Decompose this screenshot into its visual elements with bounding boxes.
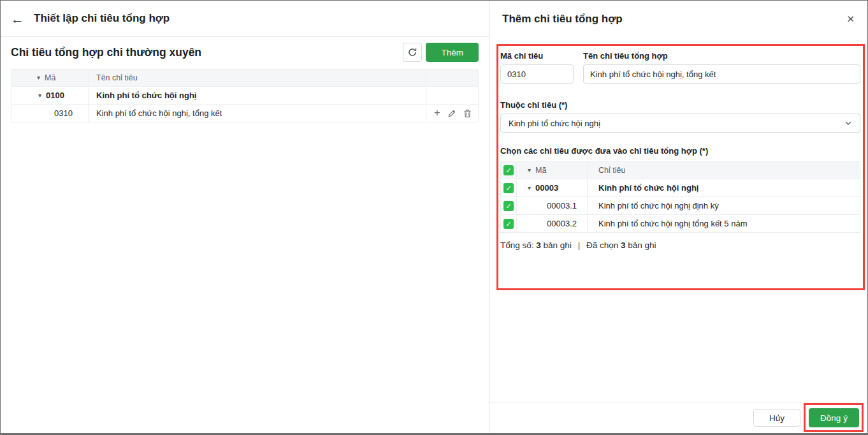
- row-checkbox[interactable]: ✓: [503, 183, 514, 193]
- parent-select-value: Kinh phí tổ chức hội nghị: [509, 119, 600, 128]
- picker-header-row: ✓ ▾Mã Chỉ tiêu: [501, 162, 860, 179]
- picker-column-name[interactable]: Chỉ tiêu: [588, 162, 860, 179]
- code-field-group: Mã chỉ tiêu: [500, 51, 574, 84]
- row-checkbox[interactable]: ✓: [503, 201, 514, 211]
- picker-label: Chọn các chỉ tiêu được đưa vào chỉ tiêu …: [500, 146, 860, 156]
- parent-select[interactable]: Kinh phí tổ chức hội nghị: [500, 114, 860, 133]
- edit-icon[interactable]: [447, 109, 456, 118]
- cancel-button[interactable]: Hủy: [753, 409, 800, 427]
- selected-count: 3: [621, 240, 626, 250]
- drawer-header: Thêm chỉ tiêu tổng hợp ✕: [489, 1, 867, 37]
- form-row: Mã chỉ tiêu Tên chỉ tiêu tổng hợp: [500, 51, 860, 84]
- picker-row[interactable]: ✓ 00003.2 Kinh phí tổ chức hội nghị tổng…: [501, 215, 860, 233]
- expand-caret-icon[interactable]: ▾: [38, 92, 41, 99]
- picker-row[interactable]: ✓ 00003.1 Kinh phí tổ chức hội nghị định…: [501, 197, 860, 215]
- row-checkbox[interactable]: ✓: [503, 219, 514, 229]
- row-code: 0310: [54, 108, 73, 118]
- main-panel: ← Thiết lập chỉ tiêu tổng hợp Chỉ tiêu t…: [1, 1, 489, 433]
- total-count: 3: [536, 240, 541, 250]
- row-name: Kinh phí tổ chức hội nghị: [588, 179, 860, 197]
- add-indicator-drawer: Thêm chỉ tiêu tổng hợp ✕ Mã chỉ tiêu Tên…: [489, 1, 867, 433]
- column-header-name[interactable]: Tên chỉ tiêu: [89, 70, 426, 87]
- row-name: Kinh phí tổ chức hội nghị tổng kết 5 năm: [588, 215, 860, 233]
- app-window: ← Thiết lập chỉ tiêu tổng hợp Chỉ tiêu t…: [0, 0, 868, 435]
- back-icon[interactable]: ←: [11, 12, 24, 26]
- select-all-checkbox[interactable]: ✓: [503, 165, 514, 175]
- drawer-title: Thêm chỉ tiêu tổng hợp: [502, 13, 846, 26]
- code-input[interactable]: [500, 64, 574, 84]
- section-toolbar: Chỉ tiêu tổng hợp chi thường xuyên Thêm: [11, 43, 479, 62]
- row-code: 00003: [535, 183, 558, 193]
- row-name: Kinh phí tổ chức hội nghị định kỳ: [588, 197, 860, 215]
- refresh-icon: [407, 47, 417, 57]
- expand-caret-icon[interactable]: ▾: [528, 184, 531, 191]
- add-child-icon[interactable]: +: [434, 107, 440, 118]
- parent-field-group: Thuộc chỉ tiêu (*) Kinh phí tổ chức hội …: [500, 100, 860, 133]
- page-title: Thiết lập chỉ tiêu tổng hợp: [34, 12, 170, 25]
- row-name: Kinh phí tổ chức hội nghị, tổng kết: [89, 105, 426, 122]
- ok-button[interactable]: Đồng ý: [809, 408, 859, 427]
- row-actions: +: [426, 108, 478, 119]
- chevron-down-icon: [844, 119, 852, 127]
- page-header: ← Thiết lập chỉ tiêu tổng hợp: [1, 1, 489, 37]
- table-row[interactable]: ▾0100 Kinh phí tổ chức hội nghị: [11, 87, 479, 105]
- column-header-actions: [426, 70, 479, 87]
- add-button[interactable]: Thêm: [426, 43, 479, 62]
- name-input[interactable]: [583, 64, 860, 84]
- name-field-group: Tên chỉ tiêu tổng hợp: [583, 51, 860, 84]
- section-title: Chỉ tiêu tổng hợp chi thường xuyên: [11, 46, 403, 59]
- name-field-label: Tên chỉ tiêu tổng hợp: [583, 51, 860, 61]
- picker-table: ✓ ▾Mã Chỉ tiêu ✓ ▾00003 Kinh phí tổ chức…: [500, 161, 860, 233]
- drawer-body: Mã chỉ tiêu Tên chỉ tiêu tổng hợp Thuộc …: [489, 37, 867, 250]
- indicator-table: ▾Mã Tên chỉ tiêu ▾0100 Kinh phí tổ chức …: [11, 69, 479, 122]
- picker-row[interactable]: ✓ ▾00003 Kinh phí tổ chức hội nghị: [501, 179, 860, 197]
- sort-caret-icon: ▾: [528, 166, 531, 173]
- row-code: 0100: [46, 91, 64, 100]
- drawer-footer: Hủy Đồng ý: [489, 402, 867, 433]
- record-summary: Tổng số: 3 bản ghi | Đã chọn 3 bản ghi: [500, 240, 858, 250]
- refresh-button[interactable]: [403, 43, 422, 62]
- table-row[interactable]: 0310 Kinh phí tổ chức hội nghị, tổng kết…: [11, 105, 479, 122]
- sort-caret-icon: ▾: [37, 74, 40, 81]
- row-code: 00003.2: [517, 215, 588, 233]
- parent-field-label: Thuộc chỉ tiêu (*): [500, 100, 860, 110]
- delete-icon[interactable]: [463, 109, 472, 118]
- row-name: Kinh phí tổ chức hội nghị: [89, 87, 426, 105]
- picker-column-code[interactable]: ▾Mã: [517, 162, 588, 179]
- close-icon[interactable]: ✕: [846, 13, 855, 25]
- row-code: 00003.1: [517, 197, 588, 215]
- table-header-row: ▾Mã Tên chỉ tiêu: [11, 70, 479, 87]
- column-header-code[interactable]: ▾Mã: [11, 70, 89, 87]
- code-field-label: Mã chỉ tiêu: [500, 51, 574, 61]
